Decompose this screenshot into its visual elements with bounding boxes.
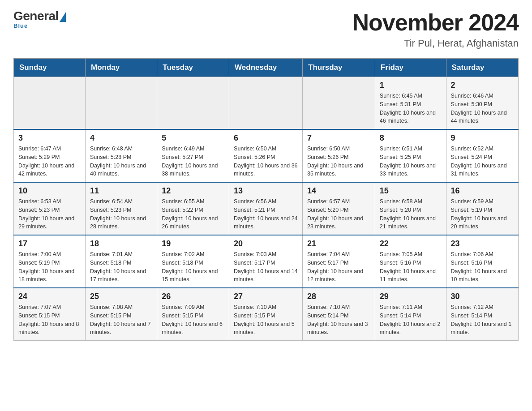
day-info: Sunrise: 7:01 AMSunset: 5:18 PMDaylight:… [90, 250, 152, 284]
day-info: Sunrise: 7:10 AMSunset: 5:14 PMDaylight:… [307, 303, 370, 337]
day-number: 14 [307, 186, 370, 196]
day-number: 23 [451, 239, 514, 248]
calendar-week-row: 24Sunrise: 7:07 AMSunset: 5:15 PMDayligh… [14, 288, 519, 341]
table-row: 19Sunrise: 7:02 AMSunset: 5:18 PMDayligh… [157, 235, 229, 288]
logo-blue-text: Blue [13, 22, 28, 29]
table-row: 8Sunrise: 6:51 AMSunset: 5:25 PMDaylight… [375, 129, 446, 182]
day-info: Sunrise: 6:56 AMSunset: 5:21 PMDaylight:… [234, 197, 298, 231]
day-info: Sunrise: 6:57 AMSunset: 5:20 PMDaylight:… [307, 197, 370, 231]
logo-general-text: General [13, 9, 59, 23]
table-row [86, 77, 157, 130]
day-info: Sunrise: 6:55 AMSunset: 5:22 PMDaylight:… [162, 197, 224, 231]
header-tuesday: Tuesday [157, 59, 229, 77]
day-number: 25 [90, 292, 152, 301]
day-info: Sunrise: 6:53 AMSunset: 5:23 PMDaylight:… [18, 197, 81, 231]
day-info: Sunrise: 7:09 AMSunset: 5:15 PMDaylight:… [162, 303, 224, 337]
day-number: 24 [18, 292, 81, 301]
header-sunday: Sunday [14, 59, 86, 77]
header-monday: Monday [86, 59, 157, 77]
table-row: 5Sunrise: 6:49 AMSunset: 5:27 PMDaylight… [157, 129, 229, 182]
day-number: 27 [234, 292, 298, 301]
day-number: 12 [162, 186, 224, 196]
header-thursday: Thursday [303, 59, 375, 77]
table-row: 25Sunrise: 7:08 AMSunset: 5:15 PMDayligh… [86, 288, 157, 341]
day-number: 8 [380, 133, 442, 143]
table-row: 30Sunrise: 7:12 AMSunset: 5:14 PMDayligh… [446, 288, 518, 341]
table-row: 28Sunrise: 7:10 AMSunset: 5:14 PMDayligh… [303, 288, 375, 341]
day-number: 2 [451, 81, 514, 90]
table-row [229, 77, 303, 130]
calendar-header-row: Sunday Monday Tuesday Wednesday Thursday… [14, 59, 519, 77]
calendar-table: Sunday Monday Tuesday Wednesday Thursday… [13, 58, 519, 341]
day-number: 13 [234, 186, 298, 196]
day-number: 19 [162, 239, 224, 248]
calendar-week-row: 3Sunrise: 6:47 AMSunset: 5:29 PMDaylight… [14, 129, 519, 182]
table-row [14, 77, 86, 130]
calendar-week-row: 17Sunrise: 7:00 AMSunset: 5:19 PMDayligh… [14, 235, 519, 288]
day-number: 9 [451, 133, 514, 143]
table-row: 27Sunrise: 7:10 AMSunset: 5:15 PMDayligh… [229, 288, 303, 341]
title-block: November 2024 Tir Pul, Herat, Afghanista… [352, 9, 519, 49]
day-number: 7 [307, 133, 370, 143]
calendar-week-row: 10Sunrise: 6:53 AMSunset: 5:23 PMDayligh… [14, 182, 519, 235]
day-number: 15 [380, 186, 442, 196]
table-row: 22Sunrise: 7:05 AMSunset: 5:16 PMDayligh… [375, 235, 446, 288]
page-header: General Blue November 2024 Tir Pul, Hera… [13, 9, 519, 49]
day-number: 11 [90, 186, 152, 196]
table-row: 11Sunrise: 6:54 AMSunset: 5:23 PMDayligh… [86, 182, 157, 235]
table-row: 2Sunrise: 6:46 AMSunset: 5:30 PMDaylight… [446, 77, 518, 130]
table-row: 6Sunrise: 6:50 AMSunset: 5:26 PMDaylight… [229, 129, 303, 182]
day-info: Sunrise: 6:50 AMSunset: 5:26 PMDaylight:… [234, 145, 298, 178]
day-number: 18 [90, 239, 152, 248]
day-number: 4 [90, 133, 152, 143]
calendar-week-row: 1Sunrise: 6:45 AMSunset: 5:31 PMDaylight… [14, 77, 519, 130]
day-number: 30 [451, 292, 514, 301]
table-row: 17Sunrise: 7:00 AMSunset: 5:19 PMDayligh… [14, 235, 86, 288]
table-row: 23Sunrise: 7:06 AMSunset: 5:16 PMDayligh… [446, 235, 518, 288]
table-row: 15Sunrise: 6:58 AMSunset: 5:20 PMDayligh… [375, 182, 446, 235]
table-row: 26Sunrise: 7:09 AMSunset: 5:15 PMDayligh… [157, 288, 229, 341]
day-number: 5 [162, 133, 224, 143]
day-info: Sunrise: 7:12 AMSunset: 5:14 PMDaylight:… [451, 303, 514, 337]
day-info: Sunrise: 7:07 AMSunset: 5:15 PMDaylight:… [18, 303, 81, 337]
day-info: Sunrise: 6:59 AMSunset: 5:19 PMDaylight:… [451, 197, 514, 231]
table-row [157, 77, 229, 130]
day-info: Sunrise: 7:02 AMSunset: 5:18 PMDaylight:… [162, 250, 224, 284]
day-info: Sunrise: 7:03 AMSunset: 5:17 PMDaylight:… [234, 250, 298, 284]
day-number: 26 [162, 292, 224, 301]
day-info: Sunrise: 6:54 AMSunset: 5:23 PMDaylight:… [90, 197, 152, 231]
day-info: Sunrise: 6:58 AMSunset: 5:20 PMDaylight:… [380, 197, 442, 231]
logo: General Blue [13, 9, 66, 29]
day-info: Sunrise: 7:11 AMSunset: 5:14 PMDaylight:… [380, 303, 442, 337]
day-info: Sunrise: 7:10 AMSunset: 5:15 PMDaylight:… [234, 303, 298, 337]
table-row [303, 77, 375, 130]
day-number: 16 [451, 186, 514, 196]
table-row: 24Sunrise: 7:07 AMSunset: 5:15 PMDayligh… [14, 288, 86, 341]
table-row: 29Sunrise: 7:11 AMSunset: 5:14 PMDayligh… [375, 288, 446, 341]
table-row: 3Sunrise: 6:47 AMSunset: 5:29 PMDaylight… [14, 129, 86, 182]
header-friday: Friday [375, 59, 446, 77]
location-title: Tir Pul, Herat, Afghanistan [352, 38, 519, 49]
table-row: 18Sunrise: 7:01 AMSunset: 5:18 PMDayligh… [86, 235, 157, 288]
table-row: 4Sunrise: 6:48 AMSunset: 5:28 PMDaylight… [86, 129, 157, 182]
day-number: 22 [380, 239, 442, 248]
logo-triangle-icon [60, 12, 66, 22]
day-number: 1 [380, 81, 442, 90]
table-row: 13Sunrise: 6:56 AMSunset: 5:21 PMDayligh… [229, 182, 303, 235]
day-info: Sunrise: 7:05 AMSunset: 5:16 PMDaylight:… [380, 250, 442, 284]
table-row: 1Sunrise: 6:45 AMSunset: 5:31 PMDaylight… [375, 77, 446, 130]
table-row: 7Sunrise: 6:50 AMSunset: 5:26 PMDaylight… [303, 129, 375, 182]
day-number: 10 [18, 186, 81, 196]
month-title: November 2024 [352, 9, 519, 36]
table-row: 12Sunrise: 6:55 AMSunset: 5:22 PMDayligh… [157, 182, 229, 235]
header-wednesday: Wednesday [229, 59, 303, 77]
day-info: Sunrise: 7:06 AMSunset: 5:16 PMDaylight:… [451, 250, 514, 284]
table-row: 16Sunrise: 6:59 AMSunset: 5:19 PMDayligh… [446, 182, 518, 235]
table-row: 10Sunrise: 6:53 AMSunset: 5:23 PMDayligh… [14, 182, 86, 235]
day-info: Sunrise: 6:50 AMSunset: 5:26 PMDaylight:… [307, 145, 370, 178]
table-row: 9Sunrise: 6:52 AMSunset: 5:24 PMDaylight… [446, 129, 518, 182]
day-info: Sunrise: 7:00 AMSunset: 5:19 PMDaylight:… [18, 250, 81, 284]
table-row: 21Sunrise: 7:04 AMSunset: 5:17 PMDayligh… [303, 235, 375, 288]
day-number: 29 [380, 292, 442, 301]
day-info: Sunrise: 6:45 AMSunset: 5:31 PMDaylight:… [380, 92, 442, 125]
